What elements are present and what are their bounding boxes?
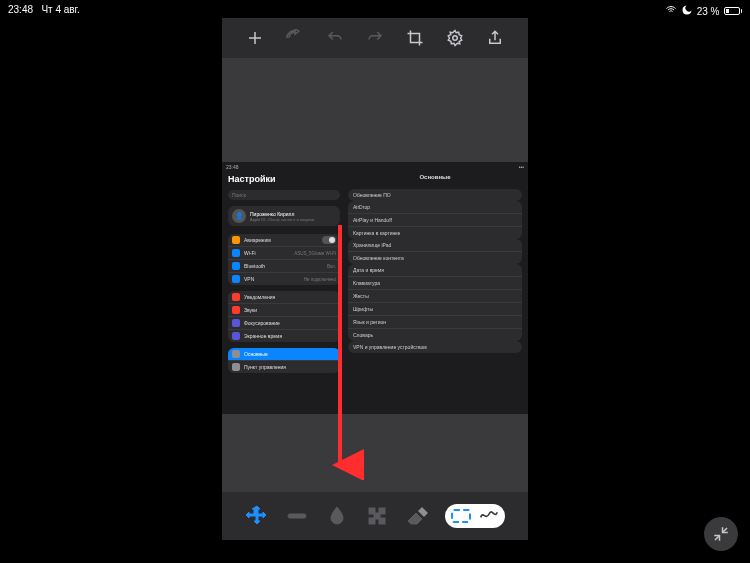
ipad-status-bar: 23:48 Чт 4 авг. 23 %	[0, 4, 750, 18]
detail-row[interactable]: VPN и управление устройством	[348, 341, 522, 353]
detail-row[interactable]: Шрифты	[348, 303, 522, 316]
toggle[interactable]	[322, 236, 336, 244]
redo-button[interactable]	[366, 29, 384, 47]
line-tool[interactable]	[285, 504, 309, 528]
row-icon	[232, 319, 240, 327]
svg-rect-6	[379, 518, 385, 524]
settings-title: Настройки	[228, 174, 340, 184]
eraser-tool[interactable]	[405, 504, 429, 528]
row-label: Звуки	[244, 307, 257, 313]
canvas-empty-bottom	[222, 414, 528, 492]
dnd-moon-icon	[681, 4, 693, 18]
settings-sidebar: Настройки Поиск 👤 Пироженко Кирилл Apple…	[222, 162, 344, 414]
detail-group: VPN и управление устройством	[348, 341, 522, 353]
detail-group: Обновление ПО	[348, 189, 522, 201]
row-icon	[232, 293, 240, 301]
row-icon	[232, 306, 240, 314]
detail-row[interactable]: Язык и регион	[348, 316, 522, 329]
sidebar-item[interactable]: BluetoothВкл.	[228, 260, 340, 273]
row-detail: ASUS_5G/имя Wi-Fi	[294, 251, 336, 256]
sidebar-item[interactable]: VPNНе подключено	[228, 273, 340, 285]
sidebar-group: ОсновныеПункт управления	[228, 348, 340, 373]
row-detail: Не подключено	[304, 277, 336, 282]
edited-screenshot[interactable]: 23:48 ••• Настройки Поиск 👤 Пироженко Ки…	[222, 162, 528, 414]
undo-button[interactable]	[326, 29, 344, 47]
row-label: Авиарежим	[244, 237, 271, 243]
wifi-icon	[665, 4, 677, 18]
svg-point-0	[453, 36, 458, 41]
selection-freehand-tool[interactable]	[479, 506, 499, 526]
detail-row[interactable]: Жесты	[348, 290, 522, 303]
bottom-toolbar	[222, 492, 528, 540]
move-tool[interactable]	[245, 504, 269, 528]
row-label: Экранное время	[244, 333, 282, 339]
apple-id-row[interactable]: 👤 Пироженко Кирилл Apple ID, iCloud, кон…	[228, 206, 340, 226]
selection-rect-tool[interactable]	[451, 509, 471, 523]
pixelate-tool[interactable]	[365, 504, 389, 528]
search-field[interactable]: Поиск	[228, 190, 340, 200]
sidebar-item[interactable]: Авиарежим	[228, 234, 340, 247]
detail-row[interactable]: Клавиатура	[348, 277, 522, 290]
detail-row[interactable]: Словарь	[348, 329, 522, 341]
row-icon	[232, 350, 240, 358]
row-label: Bluetooth	[244, 263, 265, 269]
row-icon	[232, 262, 240, 270]
detail-row[interactable]: Хранилище iPad	[348, 239, 522, 252]
row-label: VPN	[244, 276, 254, 282]
row-label: Основные	[244, 351, 268, 357]
avatar: 👤	[232, 209, 246, 223]
detail-row[interactable]: Обновление контента	[348, 252, 522, 264]
settings-button[interactable]	[446, 29, 464, 47]
row-icon	[232, 236, 240, 244]
row-detail: Вкл.	[327, 264, 336, 269]
image-editor: 23:48 ••• Настройки Поиск 👤 Пироженко Ки…	[222, 18, 528, 540]
sidebar-item[interactable]: Звуки	[228, 304, 340, 317]
crop-button[interactable]	[406, 29, 424, 47]
sidebar-item[interactable]: Wi-FiASUS_5G/имя Wi-Fi	[228, 247, 340, 260]
row-icon	[232, 249, 240, 257]
inner-status-bar: 23:48 •••	[226, 164, 524, 170]
row-icon	[232, 363, 240, 371]
minimize-fab[interactable]	[704, 517, 738, 551]
back-button[interactable]	[286, 29, 304, 47]
share-button[interactable]	[486, 29, 504, 47]
sidebar-item[interactable]: Уведомления	[228, 291, 340, 304]
blur-tool[interactable]	[325, 504, 349, 528]
battery-icon	[724, 7, 743, 15]
row-label: Уведомления	[244, 294, 275, 300]
sidebar-group: УведомленияЗвукиФокусированиеЭкранное вр…	[228, 291, 340, 342]
profile-subtitle: Apple ID, iCloud, контент и покупки	[250, 217, 314, 222]
detail-row[interactable]: AirDrop	[348, 201, 522, 214]
detail-row[interactable]: AirPlay и Handoff	[348, 214, 522, 227]
svg-rect-1	[288, 514, 306, 518]
top-toolbar	[222, 18, 528, 58]
add-button[interactable]	[246, 29, 264, 47]
status-date: Чт 4 авг.	[41, 4, 79, 15]
selection-tool-group	[445, 504, 505, 528]
settings-detail: Основные Обновление ПОAirDropAirPlay и H…	[344, 162, 528, 414]
detail-group: AirDropAirPlay и HandoffКартинка в карти…	[348, 201, 522, 239]
battery-percent: 23 %	[697, 6, 720, 17]
sidebar-item[interactable]: Пункт управления	[228, 361, 340, 373]
detail-group: Хранилище iPadОбновление контента	[348, 239, 522, 264]
sidebar-item[interactable]: Фокусирование	[228, 317, 340, 330]
svg-rect-5	[369, 518, 375, 524]
row-label: Wi-Fi	[244, 250, 256, 256]
row-icon	[232, 332, 240, 340]
row-label: Пункт управления	[244, 364, 286, 370]
row-label: Фокусирование	[244, 320, 280, 326]
detail-row[interactable]: Дата и время	[348, 264, 522, 277]
detail-row[interactable]: Обновление ПО	[348, 189, 522, 201]
row-icon	[232, 275, 240, 283]
sidebar-group: АвиарежимWi-FiASUS_5G/имя Wi-FiBluetooth…	[228, 234, 340, 285]
detail-row[interactable]: Картинка в картинке	[348, 227, 522, 239]
detail-group: Дата и времяКлавиатураЖестыШрифтыЯзык и …	[348, 264, 522, 341]
canvas-empty-top	[222, 58, 528, 162]
status-time: 23:48	[8, 4, 33, 15]
sidebar-item[interactable]: Основные	[228, 348, 340, 361]
sidebar-item[interactable]: Экранное время	[228, 330, 340, 342]
detail-title: Основные	[348, 174, 522, 180]
